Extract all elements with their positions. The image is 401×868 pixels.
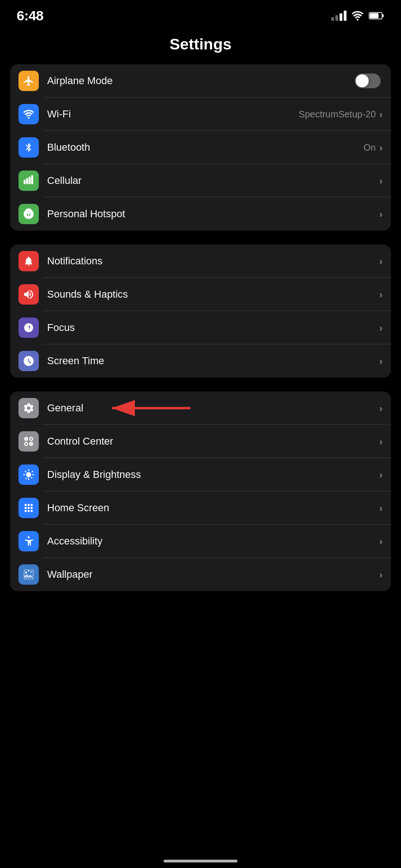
focus-chevron: › [379,323,383,333]
hotspot-icon [18,204,39,224]
control-center-label: Control Center [47,435,379,447]
svg-rect-21 [24,510,26,512]
general-chevron: › [379,403,383,414]
notifications-chevron: › [379,256,383,267]
screentime-icon [18,351,39,371]
wallpaper-chevron: › [379,569,383,580]
screentime-label: Screen Time [47,355,379,367]
wallpaper-label: Wallpaper [47,568,379,581]
accessibility-row[interactable]: Accessibility › [10,525,391,558]
general-label: General [47,402,379,414]
focus-row[interactable]: Focus › [10,311,391,344]
wifi-value: SpectrumSetup-20 [299,109,376,120]
wifi-chevron: › [379,109,383,120]
general-icon [18,398,39,418]
cellular-chevron: › [379,176,383,186]
display-brightness-label: Display & Brightness [47,469,379,481]
svg-rect-1 [383,14,384,17]
notifications-icon [18,251,39,271]
cellular-label: Cellular [47,175,379,187]
svg-point-27 [30,571,32,573]
svg-rect-15 [24,504,26,506]
bluetooth-label: Bluetooth [47,141,364,153]
accessibility-icon [18,531,39,551]
control-center-chevron: › [379,436,383,447]
hotspot-chevron: › [379,209,383,220]
wifi-status-icon [351,11,364,21]
svg-rect-4 [26,178,28,184]
svg-rect-2 [370,13,379,18]
bluetooth-value: On [364,142,376,153]
general-row[interactable]: General › [10,391,391,425]
display-icon [18,465,39,485]
battery-icon [369,12,384,20]
display-brightness-chevron: › [379,470,383,480]
status-bar: 6:48 [0,0,401,28]
bluetooth-chevron: › [379,142,383,153]
svg-rect-5 [29,177,30,184]
cellular-icon [18,171,39,191]
screentime-chevron: › [379,356,383,367]
airplane-mode-icon [18,71,39,91]
notifications-row[interactable]: Notifications › [10,245,391,278]
bluetooth-icon [18,137,39,158]
svg-rect-22 [28,510,30,512]
status-icons [331,11,384,21]
screen-time-row[interactable]: Screen Time › [10,344,391,378]
sounds-label: Sounds & Haptics [47,288,379,300]
svg-rect-16 [28,504,30,506]
airplane-mode-row[interactable]: Airplane Mode [10,64,391,98]
control-center-row[interactable]: Control Center › [10,425,391,458]
home-indicator [164,860,237,862]
bluetooth-row[interactable]: Bluetooth On › [10,131,391,164]
wallpaper-icon [18,564,39,585]
wifi-icon [18,104,39,124]
svg-rect-19 [28,507,30,509]
accessibility-label: Accessibility [47,535,379,547]
home-screen-row[interactable]: Home Screen › [10,491,391,525]
svg-rect-6 [31,175,33,184]
notifications-group: Notifications › Sounds & Haptics › [10,245,391,378]
focus-label: Focus [47,322,379,334]
accessibility-chevron: › [379,536,383,547]
home-screen-icon [18,498,39,518]
wallpaper-row[interactable]: Wallpaper › [10,558,391,591]
wifi-label: Wi-Fi [47,108,299,120]
svg-rect-23 [30,510,32,512]
focus-icon [18,318,39,338]
system-group: General › [10,391,391,591]
home-screen-chevron: › [379,503,383,513]
sounds-chevron: › [379,289,383,300]
signal-icon [331,11,346,21]
display-brightness-row[interactable]: Display & Brightness › [10,458,391,491]
svg-rect-20 [30,507,32,509]
home-screen-label: Home Screen [47,502,379,514]
svg-rect-17 [30,504,32,506]
connectivity-group: Airplane Mode Wi-Fi SpectrumSetup-20 › [10,64,391,231]
svg-point-26 [28,570,29,572]
wifi-row[interactable]: Wi-Fi SpectrumSetup-20 › [10,98,391,131]
notifications-label: Notifications [47,255,379,267]
svg-point-10 [30,437,33,440]
cellular-row[interactable]: Cellular › [10,164,391,197]
personal-hotspot-row[interactable]: Personal Hotspot › [10,197,391,231]
settings-container: Airplane Mode Wi-Fi SpectrumSetup-20 › [0,64,401,591]
status-time: 6:48 [17,8,43,24]
svg-point-28 [25,572,27,573]
control-center-icon [18,431,39,452]
svg-rect-18 [24,507,26,509]
svg-point-24 [28,536,30,538]
page-title: Settings [0,28,401,64]
hotspot-label: Personal Hotspot [47,208,379,220]
airplane-mode-toggle[interactable] [355,73,381,88]
svg-point-11 [24,442,28,446]
svg-point-13 [25,438,27,440]
sounds-icon [18,284,39,305]
svg-rect-3 [24,180,25,184]
airplane-mode-label: Airplane Mode [47,75,355,87]
svg-point-14 [30,443,32,445]
sounds-haptics-row[interactable]: Sounds & Haptics › [10,278,391,311]
